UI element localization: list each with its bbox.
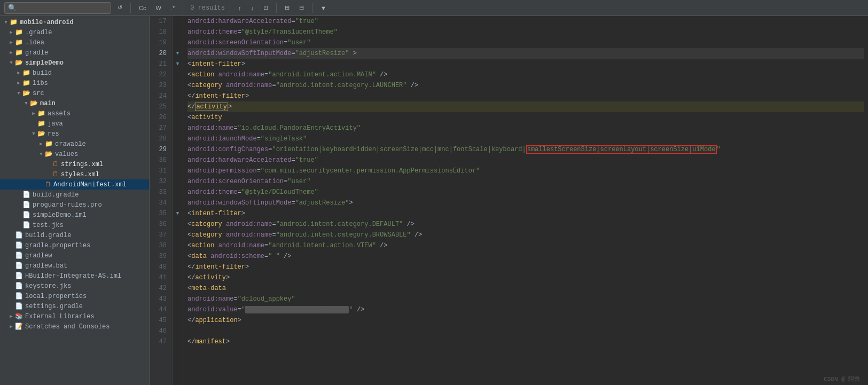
code-area[interactable]: android:hardwareAccelerated="true" andro… bbox=[183, 16, 868, 385]
sidebar-item-gradle-hidden[interactable]: ▶ 📁 .gradle bbox=[0, 27, 149, 37]
line-numbers: 17 18 19 20 21 22 23 24 25 26 27 28 29 3… bbox=[150, 16, 173, 385]
code-line-19: android:screenOrientation="user" bbox=[187, 37, 864, 48]
gutter-31 bbox=[173, 166, 183, 176]
next-result-button[interactable]: ↓ bbox=[248, 3, 257, 13]
gutter-35[interactable]: ▼ bbox=[173, 208, 183, 219]
res-folder-icon: 📂 bbox=[37, 130, 45, 138]
line-num-20: 20 bbox=[154, 48, 167, 59]
search-input[interactable] bbox=[19, 4, 104, 12]
sidebar-item-test-jks[interactable]: ▶ 📄 test.jks bbox=[0, 220, 149, 230]
sidebar-item-scratches[interactable]: ▶ 📝 Scratches and Consoles bbox=[0, 321, 149, 332]
line-num-23: 23 bbox=[154, 80, 167, 91]
code-line-28: android:launchMode="singleTask" bbox=[187, 133, 864, 144]
gutter-20[interactable]: ▼ bbox=[173, 48, 183, 59]
search-icon: 🔍 bbox=[8, 4, 17, 12]
gutter-21[interactable]: ▼ bbox=[173, 59, 183, 69]
sidebar-item-gradlew-bat[interactable]: ▶ 📄 gradlew.bat bbox=[0, 261, 149, 271]
line-num-36: 36 bbox=[154, 219, 167, 230]
sidebar-item-androidmanifest[interactable]: ▶ 🗒 AndroidManifest.xml bbox=[0, 179, 149, 190]
src-label: src bbox=[33, 90, 44, 97]
sidebar-item-hbuilder-iml[interactable]: ▶ 📄 HBuilder-Integrate-AS.iml bbox=[0, 271, 149, 281]
sidebar-item-drawable[interactable]: ▶ 📁 drawable bbox=[0, 139, 149, 149]
sidebar-item-src[interactable]: ▼ 📂 src bbox=[0, 88, 149, 98]
sidebar-item-build-gradle-root[interactable]: ▶ 📄 build.gradle bbox=[0, 230, 149, 240]
prev-result-button[interactable]: ↑ bbox=[235, 3, 245, 13]
sidebar-item-build-gradle-app[interactable]: ▶ 📄 build.gradle bbox=[0, 190, 149, 200]
sidebar-item-main[interactable]: ▼ 📂 main bbox=[0, 98, 149, 108]
sidebar-item-styles-xml[interactable]: ▶ 🗒 styles.xml bbox=[0, 169, 149, 179]
sidebar-item-gradle-properties[interactable]: ▶ 📄 gradle.properties bbox=[0, 240, 149, 250]
case-sensitive-button[interactable]: Cc bbox=[136, 3, 149, 13]
toolbar-separator-5 bbox=[312, 3, 312, 13]
expand-button[interactable]: ⊞ bbox=[281, 3, 293, 13]
line-num-38: 38 bbox=[154, 240, 167, 251]
settings-label: settings.gradle bbox=[25, 303, 83, 310]
fold-arrow-21[interactable]: ▼ bbox=[176, 61, 179, 67]
refresh-button[interactable]: ↺ bbox=[114, 3, 126, 13]
line-num-24: 24 bbox=[154, 91, 167, 101]
sidebar-item-libs[interactable]: ▶ 📁 libs bbox=[0, 78, 149, 88]
sidebar-item-simpledemo[interactable]: ▼ 📂 simpleDemo bbox=[0, 58, 149, 68]
test-jks-icon: 📄 bbox=[22, 221, 30, 229]
strings-xml-icon: 🗒 bbox=[52, 160, 59, 168]
sidebar-item-settings-gradle[interactable]: ▶ 📄 settings.gradle bbox=[0, 301, 149, 311]
context-button[interactable]: ⊡ bbox=[260, 3, 271, 13]
regex-button[interactable]: .* bbox=[168, 3, 178, 13]
line-num-21: 21 bbox=[154, 59, 167, 69]
sidebar-item-local-properties[interactable]: ▶ 📄 local.properties bbox=[0, 291, 149, 301]
fold-arrow-35[interactable]: ▼ bbox=[176, 211, 179, 216]
sidebar-item-java[interactable]: ▶ 📁 java bbox=[0, 119, 149, 129]
sidebar-item-build[interactable]: ▶ 📁 build bbox=[0, 68, 149, 78]
line-num-26: 26 bbox=[154, 112, 167, 123]
filter-button[interactable]: ▼ bbox=[317, 3, 330, 13]
code-line-31: android:permission="com.miui.securitycen… bbox=[187, 166, 864, 176]
sidebar-item-proguard[interactable]: ▶ 📄 proguard-rules.pro bbox=[0, 200, 149, 210]
collapse-button[interactable]: ⊟ bbox=[296, 3, 307, 13]
line-num-17: 17 bbox=[154, 16, 167, 27]
gradle-root-icon: 📁 bbox=[15, 49, 23, 57]
src-arrow: ▼ bbox=[15, 91, 22, 96]
sidebar-item-values[interactable]: ▼ 📂 values bbox=[0, 149, 149, 159]
gutter-41 bbox=[173, 272, 183, 283]
code-line-26: <activity bbox=[187, 112, 864, 123]
line-num-19: 19 bbox=[154, 37, 167, 48]
sidebar-item-root[interactable]: ▼ 📁 mobile-android bbox=[0, 17, 149, 27]
search-input-wrapper[interactable]: 🔍 bbox=[4, 2, 111, 14]
sidebar-item-strings-xml[interactable]: ▶ 🗒 strings.xml bbox=[0, 159, 149, 169]
gutter-34 bbox=[173, 198, 183, 208]
code-line-27: android:name="io.dcloud.PandoraEntryActi… bbox=[187, 123, 864, 133]
line-num-39: 39 bbox=[154, 251, 167, 262]
line-num-18: 18 bbox=[154, 27, 167, 37]
libs-label: libs bbox=[33, 80, 48, 87]
code-line-34: android:windowSoftInputMode="adjustResiz… bbox=[187, 198, 864, 208]
sidebar-item-gradle[interactable]: ▶ 📁 gradle bbox=[0, 48, 149, 58]
drawable-folder-icon: 📁 bbox=[45, 140, 53, 148]
gutter-24 bbox=[173, 91, 183, 101]
sidebar-item-external-libraries[interactable]: ▶ 📚 External Libraries bbox=[0, 311, 149, 321]
manifest-icon: 🗒 bbox=[45, 180, 51, 188]
line-num-22: 22 bbox=[154, 69, 167, 80]
hbuilder-icon: 📄 bbox=[15, 272, 23, 280]
main-arrow: ▼ bbox=[22, 101, 30, 106]
sidebar-item-idea[interactable]: ▶ 📁 .idea bbox=[0, 37, 149, 48]
whole-word-button[interactable]: W bbox=[152, 3, 164, 13]
sidebar-item-keystore-jks[interactable]: ▶ 📄 keystore.jks bbox=[0, 281, 149, 291]
src-folder-icon: 📂 bbox=[22, 89, 30, 97]
sidebar-item-gradlew[interactable]: ▶ 📄 gradlew bbox=[0, 250, 149, 261]
line-num-37: 37 bbox=[154, 230, 167, 240]
gutter-42 bbox=[173, 283, 183, 294]
sidebar-item-assets[interactable]: ▶ 📁 assets bbox=[0, 108, 149, 119]
line-num-46: 46 bbox=[154, 326, 167, 336]
line-num-27: 27 bbox=[154, 123, 167, 133]
sidebar-item-simpledemo-iml[interactable]: ▶ 📄 simpleDemo.iml bbox=[0, 210, 149, 220]
code-line-33: android:theme="@style/DCloudTheme" bbox=[187, 187, 864, 198]
fold-arrow-20[interactable]: ▼ bbox=[176, 51, 179, 56]
scratch-label: Scratches and Consoles bbox=[25, 323, 110, 331]
idea-folder-icon: 📁 bbox=[15, 38, 23, 46]
root-folder-icon: 📁 bbox=[10, 18, 18, 26]
main-label: main bbox=[40, 100, 56, 107]
proguard-label: proguard-rules.pro bbox=[33, 201, 102, 209]
line-num-41: 41 bbox=[154, 272, 167, 283]
sidebar-item-res[interactable]: ▼ 📂 res bbox=[0, 129, 149, 139]
build-label: build bbox=[33, 69, 52, 77]
